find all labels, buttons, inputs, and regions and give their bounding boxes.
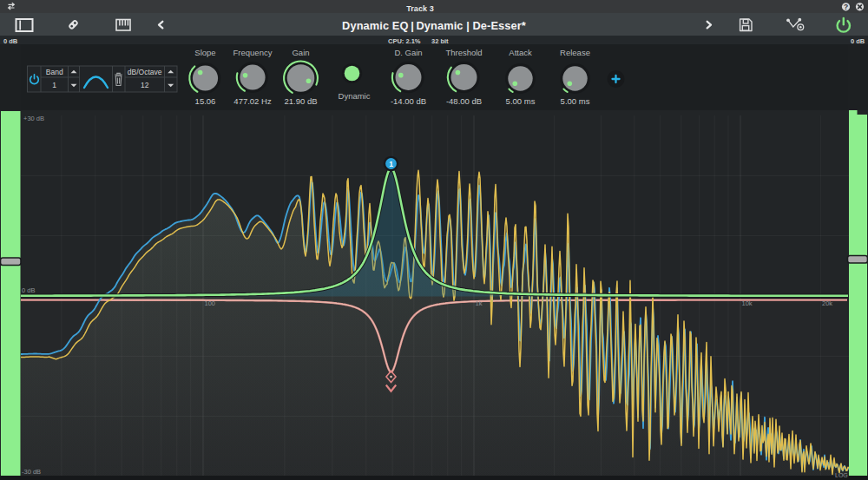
- svg-text:Band: Band: [46, 68, 63, 76]
- svg-text:-30 dB: -30 dB: [22, 468, 41, 476]
- svg-text:0 dB: 0 dB: [22, 286, 35, 294]
- svg-text:LOG: LOG: [835, 472, 848, 478]
- svg-text:dB/Octave: dB/Octave: [128, 68, 162, 76]
- svg-text:1k: 1k: [476, 299, 483, 307]
- svg-text:+30 dB: +30 dB: [23, 115, 44, 122]
- svg-text:1: 1: [389, 160, 393, 168]
- svg-text:10k: 10k: [742, 299, 753, 307]
- svg-text:100: 100: [205, 299, 216, 307]
- svg-text:?: ?: [844, 3, 848, 11]
- svg-text:1: 1: [52, 81, 56, 89]
- svg-text:12: 12: [141, 81, 149, 89]
- svg-text:20k: 20k: [822, 299, 832, 307]
